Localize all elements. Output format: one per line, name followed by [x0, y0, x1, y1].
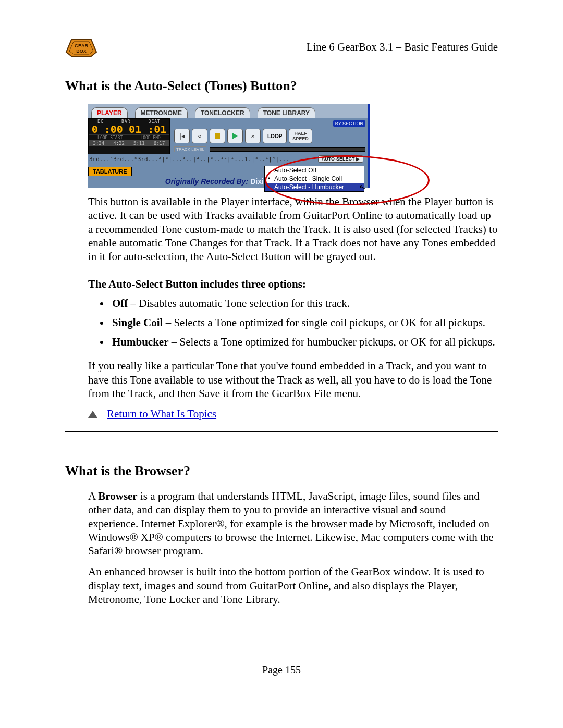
lcd-foot-3: 5:11: [133, 141, 145, 146]
auto-select-menu-off[interactable]: Auto-Select Off: [265, 166, 364, 175]
half-speed-line2: SPEED: [292, 136, 309, 141]
auto-select-description: This button is available in the Player i…: [88, 195, 498, 263]
by-section-toggle[interactable]: BY SECTION: [333, 120, 365, 127]
track-level-slider[interactable]: [210, 147, 365, 152]
option-humbucker-text: – Selects a Tone optimized for humbucker…: [169, 336, 495, 348]
track-level-label: TRACK LEVEL: [174, 146, 206, 152]
svg-text:BOX: BOX: [76, 48, 87, 54]
option-humbucker: Humbucker – Selects a Tone optimized for…: [110, 336, 498, 349]
triangle-up-icon: [88, 411, 97, 418]
option-single-coil-label: Single Coil: [112, 316, 163, 329]
fast-forward-button[interactable]: »: [245, 129, 261, 143]
orig-label: Originally Recorded By:: [165, 177, 250, 186]
auto-select-menu-single-coil[interactable]: Auto-Select - Single Coil: [265, 175, 364, 183]
lcd-loop-start: LOOP START: [97, 135, 123, 140]
option-off-label: Off: [112, 297, 128, 310]
section-heading-auto-select: What is the Auto-Select (Tones) Button?: [65, 78, 498, 94]
lcd-foot-2: 4:22: [113, 141, 125, 146]
rewind-button[interactable]: «: [192, 129, 207, 143]
options-subheading: The Auto-Select Button includes three op…: [88, 278, 498, 291]
tablature-button[interactable]: TABLATURE: [88, 167, 132, 176]
return-to-topics-link[interactable]: Return to What Is Topics: [107, 408, 216, 421]
option-off: Off – Disables automatic Tone selection …: [110, 297, 498, 310]
browser-para1-post: is a program that understands HTML, Java…: [88, 490, 494, 557]
tab-tone-library[interactable]: TONE LIBRARY: [258, 107, 315, 118]
lcd-foot-1: 3:34: [93, 141, 105, 146]
document-title: Line 6 GearBox 3.1 – Basic Features Guid…: [307, 41, 498, 54]
gearbox-logo: GEAR BOX: [65, 36, 97, 57]
browser-para-1: A Browser is a program that understands …: [88, 489, 498, 558]
option-single-coil: Single Coil – Selects a Tone optimized f…: [110, 316, 498, 329]
time-display: EC BAR BEAT 0 :00 01 :01 LOOP START LOOP…: [88, 118, 170, 154]
tab-tonelocker[interactable]: TONELOCKER: [195, 107, 250, 118]
option-single-coil-text: – Selects a Tone optimized for single co…: [163, 316, 485, 329]
player-ui-figure: PLAYER METRONOME TONELOCKER TONE LIBRARY…: [88, 104, 370, 188]
section-divider: [65, 431, 498, 432]
loop-button[interactable]: LOOP: [263, 129, 287, 143]
option-humbucker-label: Humbucker: [112, 336, 169, 348]
half-speed-button[interactable]: HALF SPEED: [289, 129, 312, 143]
lcd-loop-end: LOOP END: [140, 135, 161, 140]
auto-select-button[interactable]: AUTO-SELECT ▶: [318, 155, 363, 163]
options-list: Off – Disables automatic Tone selection …: [88, 297, 498, 349]
browser-para1-pre: A: [88, 490, 98, 502]
skip-start-button[interactable]: |◂: [174, 129, 190, 143]
auto-select-save-tip: If you really like a particular Tone tha…: [88, 359, 498, 400]
section-heading-browser: What is the Browser?: [65, 463, 498, 479]
tab-player[interactable]: PLAYER: [91, 107, 128, 118]
lcd-time: 0 :00: [92, 124, 123, 134]
lcd-foot-4: 6:17: [154, 141, 165, 146]
play-button[interactable]: [227, 129, 243, 143]
option-off-text: – Disables automatic Tone selection for …: [128, 297, 350, 310]
page-number: Page 155: [0, 664, 563, 676]
lcd-barbeat: 01 :01: [129, 124, 166, 134]
half-speed-line1: HALF: [292, 131, 309, 136]
auto-select-menu-humbucker[interactable]: Auto-Select - Humbucker: [265, 183, 364, 191]
browser-para-2: An enhanced browser is built into the bo…: [88, 565, 498, 606]
auto-select-menu[interactable]: Auto-Select Off Auto-Select - Single Coi…: [264, 166, 364, 192]
section-scale: 3rd...⁴3rd...⁵3rd...²|³|...³..|³..|³..¹²…: [89, 156, 289, 163]
svg-text:GEAR: GEAR: [75, 43, 89, 48]
browser-para1-bold: Browser: [98, 490, 137, 502]
tab-metronome[interactable]: METRONOME: [135, 107, 188, 118]
stop-button[interactable]: [210, 129, 225, 143]
